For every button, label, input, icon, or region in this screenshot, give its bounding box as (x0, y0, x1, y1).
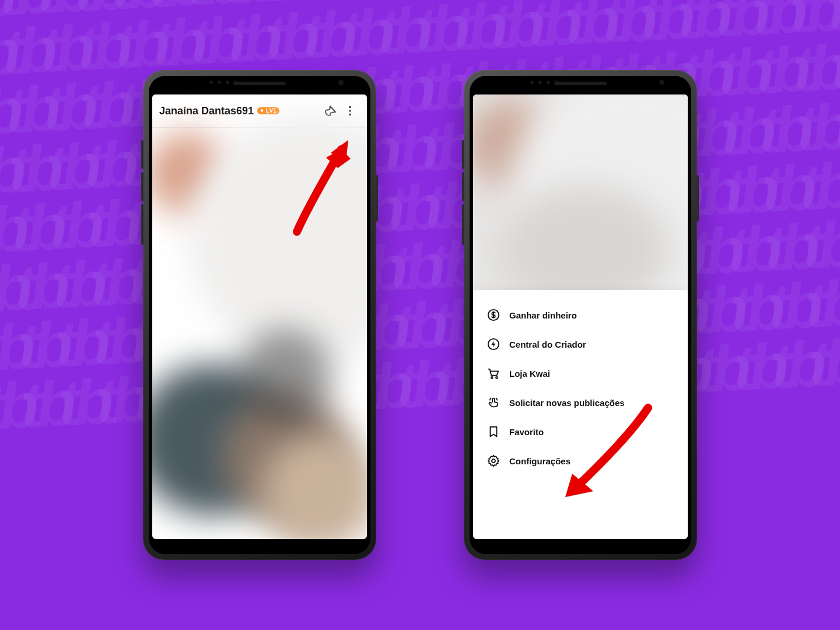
hw-earpiece (554, 82, 607, 85)
profile-top-blurred (473, 94, 688, 290)
svg-point-9 (492, 459, 495, 463)
menu-item-solicitar-publicacoes[interactable]: Solicitar novas publicações (479, 388, 682, 417)
bookmark-icon (487, 425, 500, 438)
cart-icon (487, 367, 500, 380)
hw-earpiece (233, 82, 286, 85)
hw-bixby (462, 204, 464, 245)
bolt-icon (487, 338, 500, 351)
bottom-sheet: Ganhar dinheiro Central do Criador Loja … (473, 290, 688, 539)
menu-item-ganhar-dinheiro[interactable]: Ganhar dinheiro (479, 300, 682, 330)
menu-item-loja-kwai[interactable]: Loja Kwai (479, 359, 682, 388)
gear-icon (487, 454, 500, 467)
tap-icon (487, 396, 500, 409)
profile-username: Janaína Dantas691 (159, 105, 254, 117)
hw-volume-up (141, 140, 144, 169)
level-badge-text: LV1 (266, 108, 276, 114)
hw-volume-up (462, 140, 464, 169)
hw-front-camera (338, 80, 344, 85)
menu-item-configuracoes[interactable]: Configurações (479, 446, 682, 475)
hw-power (376, 175, 378, 222)
phone-right: Ganhar dinheiro Central do Criador Loja … (464, 70, 697, 560)
menu-item-label: Favorito (509, 427, 544, 437)
menu-item-favorito[interactable]: Favorito (479, 417, 682, 446)
hw-volume-down (462, 172, 464, 201)
svg-point-7 (491, 377, 493, 379)
menu-item-label: Ganhar dinheiro (509, 310, 577, 320)
stage: Janaína Dantas691 LV1 (0, 0, 840, 630)
share-icon (323, 104, 337, 118)
menu-item-central-criador[interactable]: Central do Criador (479, 330, 682, 359)
profile-body-blurred (152, 127, 367, 539)
more-vertical-icon (344, 104, 356, 117)
svg-point-1 (349, 110, 351, 112)
hw-volume-down (141, 172, 144, 201)
dollar-icon (487, 309, 500, 321)
screen-menu: Ganhar dinheiro Central do Criador Loja … (473, 94, 688, 539)
svg-point-0 (349, 106, 351, 108)
menu-item-label: Loja Kwai (509, 369, 550, 379)
hw-power (696, 175, 699, 222)
hw-bixby (141, 204, 144, 245)
menu-item-label: Configurações (509, 456, 570, 466)
svg-point-8 (496, 377, 498, 379)
more-menu-button[interactable] (340, 101, 360, 121)
hw-front-camera (659, 80, 664, 85)
svg-point-2 (349, 114, 351, 116)
menu-item-label: Solicitar novas publicações (509, 398, 625, 408)
level-badge: LV1 (257, 107, 279, 114)
phone-left: Janaína Dantas691 LV1 (143, 70, 376, 560)
menu-item-label: Central do Criador (509, 340, 586, 349)
screen-profile: Janaína Dantas691 LV1 (152, 94, 367, 539)
